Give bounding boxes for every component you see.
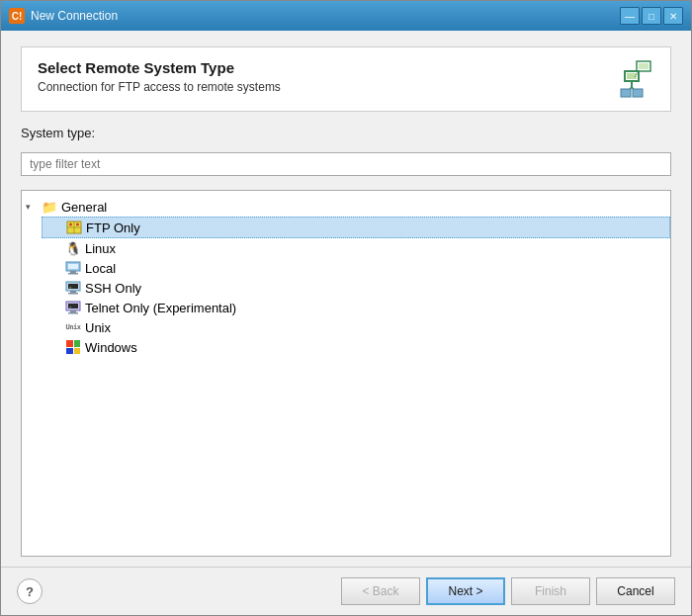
- header-text: Select Remote System Type Connection for…: [38, 59, 281, 94]
- tree-item-ftp[interactable]: FTP Only: [42, 217, 670, 238]
- connection-icon: [607, 59, 654, 99]
- connection-diagram-icon: [607, 59, 654, 99]
- local-icon: [65, 260, 81, 276]
- page-subtitle: Connection for FTP access to remote syst…: [38, 80, 281, 94]
- folder-icon: [42, 199, 57, 215]
- tree-children: FTP Only 🐧 Linux: [42, 217, 670, 357]
- ssh-icon: >_: [65, 280, 81, 296]
- tree-root-label: General: [61, 200, 107, 215]
- system-type-tree[interactable]: ▾ General: [21, 190, 671, 557]
- tree-item-ssh[interactable]: >_ SSH Only: [42, 278, 670, 298]
- header-section: Select Remote System Type Connection for…: [21, 46, 671, 112]
- help-button[interactable]: ?: [17, 578, 43, 604]
- svg-rect-17: [70, 271, 76, 273]
- tree-item-windows[interactable]: Windows: [42, 337, 670, 357]
- unix-icon: Unix: [65, 319, 81, 335]
- back-button[interactable]: < Back: [341, 577, 420, 605]
- close-button[interactable]: ✕: [663, 7, 683, 25]
- svg-rect-27: [70, 310, 76, 312]
- nav-buttons: < Back Next > Finish Cancel: [341, 577, 675, 605]
- windows-label: Windows: [85, 340, 137, 355]
- main-window: C! New Connection — □ ✕ Select Remote Sy…: [0, 0, 692, 616]
- expand-icon: ▾: [26, 202, 38, 212]
- window-title: New Connection: [31, 9, 118, 23]
- minimize-button[interactable]: —: [620, 7, 640, 25]
- tree-item-unix[interactable]: Unix Unix: [42, 317, 670, 337]
- svg-rect-18: [68, 273, 78, 275]
- title-buttons: — □ ✕: [620, 7, 683, 25]
- svg-rect-4: [639, 63, 649, 69]
- button-bar: ? < Back Next > Finish Cancel: [1, 567, 691, 615]
- tree-item-general[interactable]: ▾ General: [22, 197, 670, 217]
- telnet-icon: >_: [65, 300, 81, 315]
- linux-label: Linux: [85, 241, 116, 256]
- tree-root: ▾ General: [22, 195, 670, 359]
- maximize-button[interactable]: □: [642, 7, 661, 25]
- svg-rect-16: [68, 264, 78, 269]
- finish-button[interactable]: Finish: [511, 577, 590, 605]
- svg-rect-9: [633, 89, 643, 97]
- local-label: Local: [85, 261, 116, 276]
- svg-rect-22: [70, 291, 76, 293]
- cancel-button[interactable]: Cancel: [596, 577, 675, 605]
- next-button[interactable]: Next >: [426, 577, 505, 605]
- filter-input[interactable]: [21, 152, 671, 176]
- unix-label: Unix: [85, 320, 111, 335]
- svg-text:>_: >_: [69, 305, 74, 309]
- ftp-icon: [66, 220, 82, 235]
- ssh-label: SSH Only: [85, 281, 141, 296]
- telnet-label: Telnet Only (Experimental): [85, 301, 236, 315]
- content-area: Select Remote System Type Connection for…: [1, 31, 691, 567]
- page-title: Select Remote System Type: [38, 59, 281, 76]
- system-type-label: System type:: [21, 126, 671, 140]
- linux-icon: 🐧: [65, 240, 81, 256]
- svg-text:>_: >_: [69, 285, 74, 290]
- ftp-label: FTP Only: [86, 220, 140, 235]
- title-bar: C! New Connection — □ ✕: [1, 1, 691, 31]
- svg-rect-8: [621, 89, 631, 97]
- tree-item-telnet[interactable]: >_ Telnet Only (Experimental): [42, 298, 670, 317]
- svg-point-13: [69, 223, 72, 226]
- tree-item-local[interactable]: Local: [42, 258, 670, 278]
- windows-icon: [65, 339, 81, 355]
- svg-rect-23: [68, 293, 78, 295]
- app-icon: C!: [9, 8, 25, 24]
- tree-item-linux[interactable]: 🐧 Linux: [42, 238, 670, 258]
- svg-point-14: [76, 223, 79, 226]
- title-bar-left: C! New Connection: [9, 8, 118, 24]
- svg-rect-28: [68, 312, 78, 314]
